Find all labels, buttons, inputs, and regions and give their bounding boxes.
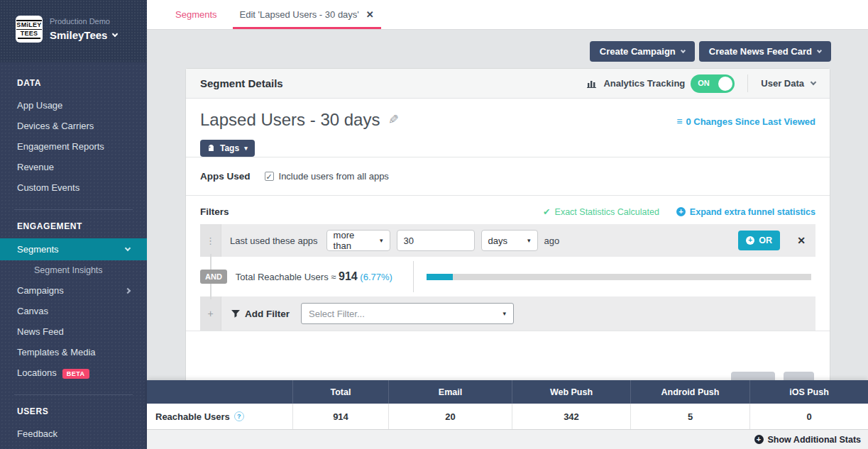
divider (186, 331, 830, 331)
partial-button[interactable] (784, 372, 814, 380)
cell-web-push: 342 (512, 404, 630, 429)
edit-pencil-icon[interactable]: ✎ (388, 112, 399, 128)
stats-table-header: Total Email Web Push Android Push iOS Pu… (147, 380, 868, 404)
remove-filter-icon[interactable]: ✕ (797, 235, 806, 246)
cell-email: 20 (388, 404, 512, 429)
header-android-push: Android Push (630, 380, 749, 404)
sidebar-item-news-feed[interactable]: News Feed (0, 321, 147, 342)
sidebar-item-revenue[interactable]: Revenue (0, 157, 147, 177)
exact-statistics-status: ✔ Exact Statistics Calculated (543, 206, 659, 217)
cell-total: 914 (292, 404, 388, 429)
reachable-summary: Total Reachable Users ≈ 914 (6.77%) (236, 270, 413, 283)
panel-title: Segment Details (200, 77, 283, 89)
sidebar-item-engagement-reports[interactable]: Engagement Reports (0, 136, 147, 157)
sidebar-item-segment-insights[interactable]: Segment Insights (0, 260, 147, 280)
caret-down-icon: ▾ (527, 238, 531, 244)
chevron-down-icon (681, 48, 686, 52)
environment-label: Production Demo (50, 17, 117, 26)
plus-circle-icon: + (676, 207, 686, 216)
beta-badge: BETA (62, 369, 89, 379)
show-additional-stats-link[interactable]: + Show Additional Stats (754, 435, 861, 445)
header-email: Email (388, 380, 512, 404)
partial-button[interactable] (731, 372, 775, 380)
reachability-stats-table: Total Email Web Push Android Push iOS Pu… (147, 380, 868, 449)
header-total: Total (292, 380, 388, 404)
cell-android-push: 5 (630, 404, 749, 429)
card-header: Segment Details Analytics Tracking ON Us… (186, 69, 830, 99)
header-blank (147, 380, 292, 404)
section-header-engagement: ENGAGEMENT (0, 221, 147, 231)
sidebar-item-campaigns[interactable]: Campaigns (0, 280, 147, 301)
funnel-icon (231, 310, 240, 318)
or-button[interactable]: + OR (738, 231, 780, 250)
create-news-feed-card-button[interactable]: Create News Feed Card (699, 41, 831, 62)
add-filter-label: Add Filter (231, 309, 290, 319)
row-label-reachable-users: Reachable Users ? (147, 404, 292, 429)
check-icon: ✔ (543, 206, 550, 217)
sidebar-item-app-usage[interactable]: App Usage (0, 95, 147, 116)
toggle-knob (718, 77, 732, 91)
section-header-data: DATA (0, 78, 147, 88)
expand-funnel-statistics-link[interactable]: + Expand extra funnel statistics (676, 207, 815, 217)
segment-details-card: Segment Details Analytics Tracking ON Us… (185, 68, 830, 401)
section-header-users: USERS (0, 406, 147, 416)
tags-button[interactable]: Tags ▾ (200, 140, 255, 157)
include-all-apps-label: Include users from all apps (279, 171, 389, 182)
tab-segments[interactable]: Segments (164, 0, 229, 29)
bar-chart-icon (587, 79, 598, 88)
reachable-progress-bar (427, 274, 811, 280)
user-data-dropdown[interactable]: User Data (748, 78, 815, 89)
plus-icon: + (207, 308, 213, 319)
drag-dots-icon: ⋮ (206, 235, 215, 246)
add-filter-row: + Add Filter Select Filter... ▾ (200, 296, 815, 331)
tab-edit-segment[interactable]: Edit 'Lapsed Users - 30 days' ✕ (229, 0, 385, 29)
reachable-progress-fill (427, 274, 453, 280)
tag-icon (207, 145, 215, 153)
chevron-down-icon (112, 31, 118, 37)
sidebar-item-devices-carriers[interactable]: Devices & Carriers (0, 116, 147, 136)
filter-value-input[interactable] (397, 230, 475, 251)
vertical-divider (413, 261, 414, 292)
help-question-icon[interactable]: ? (234, 411, 244, 421)
chevron-down-icon (817, 48, 822, 52)
table-row: Reachable Users ? 914 20 342 5 0 (147, 404, 868, 429)
chevron-down-icon (811, 79, 816, 85)
logo-text-1: SMiLEY (16, 20, 41, 30)
unit-select[interactable]: days▾ (481, 230, 538, 251)
analytics-tracking: Analytics Tracking ON (587, 74, 748, 92)
list-icon: ≡ (676, 116, 682, 127)
close-icon[interactable]: ✕ (366, 9, 374, 20)
add-filter-plus[interactable]: + (200, 296, 221, 331)
workspace-name: SmileyTees (50, 29, 117, 41)
workspace-switcher[interactable]: SMiLEY TEES Production Demo SmileyTees (0, 0, 147, 62)
segment-name: Lapsed Users - 30 days ✎ (200, 110, 400, 130)
sidebar-item-custom-events[interactable]: Custom Events (0, 177, 147, 198)
cell-ios-push: 0 (749, 404, 868, 429)
comparator-select[interactable]: more than▾ (326, 230, 390, 251)
drag-handle[interactable]: ⋮ (200, 224, 221, 257)
filter-connector: AND Total Reachable Users ≈ 914 (6.77%) (200, 257, 815, 296)
sidebar-item-feedback[interactable]: Feedback (0, 423, 147, 444)
reachable-percent: (6.77%) (360, 272, 392, 282)
filter-description: Last used these apps (230, 235, 318, 246)
sidebar-item-canvas[interactable]: Canvas (0, 301, 147, 321)
analytics-tracking-toggle[interactable]: ON (691, 74, 735, 93)
caret-down-icon: ▾ (244, 145, 248, 152)
sidebar-item-segments[interactable]: Segments (0, 238, 147, 260)
include-all-apps-checkbox[interactable]: ✓ (265, 172, 274, 181)
filter-suffix: ago (544, 235, 560, 246)
select-filter-dropdown[interactable]: Select Filter... ▾ (301, 303, 514, 324)
workspace-logo: SMiLEY TEES (16, 16, 43, 43)
filters-label: Filters (200, 206, 229, 217)
changes-since-last-viewed-link[interactable]: ≡ 0 Changes Since Last Viewed (676, 116, 815, 127)
header-web-push: Web Push (512, 380, 630, 404)
create-campaign-button[interactable]: Create Campaign (590, 41, 695, 62)
sidebar-divider (14, 209, 133, 210)
sidebar-item-templates-media[interactable]: Templates & Media (0, 342, 147, 362)
header-ios-push: iOS Push (749, 380, 868, 404)
stats-table-footer: + Show Additional Stats (147, 429, 868, 449)
filter-row: ⋮ Last used these apps more than▾ days▾ … (200, 224, 815, 257)
sidebar-item-locations[interactable]: LocationsBETA (0, 362, 147, 383)
apps-used-label: Apps Used (200, 171, 251, 182)
chevron-down-icon (125, 245, 131, 251)
